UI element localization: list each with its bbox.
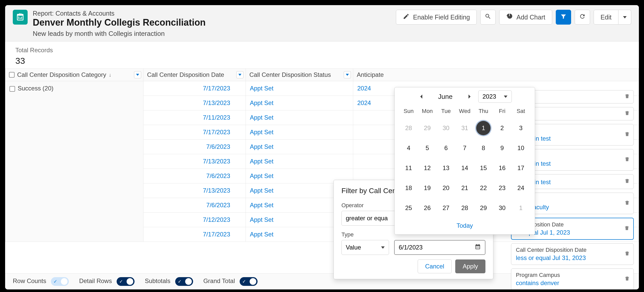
calendar-day[interactable]: 6 (437, 138, 455, 158)
date-cell[interactable]: 7/13/2023 (143, 154, 246, 169)
calendar-day[interactable]: 18 (399, 178, 418, 198)
date-cell[interactable]: 7/11/2023 (143, 110, 246, 125)
calendar-day[interactable]: 14 (455, 158, 474, 178)
calendar-day[interactable]: 17 (512, 158, 530, 178)
col-header-category[interactable]: Call Center Disposition Category ↓ (5, 69, 143, 81)
date-cell[interactable]: 7/6/2023 (143, 169, 246, 183)
calendar-day[interactable]: 28 (399, 118, 418, 138)
status-cell[interactable]: Appt Set (246, 154, 353, 169)
trash-icon[interactable] (624, 93, 630, 100)
calendar-day[interactable]: 12 (418, 158, 437, 178)
detail-rows-toggle[interactable]: ✓ (117, 277, 135, 286)
date-picker: June 2023 SunMonTueWedThuFriSat 28293031… (394, 87, 535, 235)
date-cell[interactable]: 7/6/2023 (143, 140, 246, 154)
calendar-day[interactable]: 11 (399, 158, 418, 178)
apply-button[interactable]: Apply (455, 259, 485, 273)
date-input-wrap[interactable] (394, 240, 485, 255)
status-cell[interactable]: Appt Set (246, 110, 353, 125)
calendar-day[interactable]: 28 (455, 198, 474, 218)
type-select[interactable]: Value (341, 240, 389, 255)
grand-total-toggle[interactable]: ✓ (240, 277, 258, 286)
date-cell[interactable]: 7/6/2023 (143, 198, 246, 213)
calendar-day[interactable]: 4 (399, 138, 418, 158)
row-counts-toggle[interactable]: ✓ (51, 277, 69, 286)
col-filter-button[interactable] (344, 71, 351, 78)
calendar-day[interactable]: 8 (474, 138, 493, 158)
calendar-day[interactable]: 20 (437, 178, 455, 198)
date-cell[interactable]: 7/13/2023 (143, 183, 246, 198)
report-title: Denver Monthly Collegis Reconciliation (33, 17, 206, 28)
col-filter-button[interactable] (236, 71, 243, 78)
today-link[interactable]: Today (399, 218, 530, 230)
date-cell[interactable]: 7/13/2023 (143, 96, 246, 110)
edit-dropdown-button[interactable] (618, 10, 631, 25)
refresh-icon (579, 13, 586, 21)
status-cell[interactable]: Appt Set (246, 81, 353, 96)
col-header-date[interactable]: Call Center Disposition Date (143, 69, 246, 81)
trash-icon[interactable] (624, 131, 630, 138)
filter-chip[interactable]: Call Center Disposition Dateless or equa… (511, 243, 634, 265)
calendar-day[interactable]: 15 (474, 158, 493, 178)
calendar-day[interactable]: 5 (418, 138, 437, 158)
trash-icon[interactable] (624, 251, 630, 257)
col-header-status[interactable]: Call Center Disposition Status (246, 69, 353, 81)
date-cell[interactable]: 7/17/2023 (143, 81, 246, 96)
edit-button[interactable]: Edit (594, 10, 618, 25)
calendar-day[interactable]: 21 (455, 178, 474, 198)
trash-icon[interactable] (624, 110, 630, 117)
calendar-day[interactable]: 25 (399, 198, 418, 218)
calendar-day[interactable]: 30 (493, 198, 512, 218)
enable-field-editing-button[interactable]: Enable Field Editing (396, 10, 477, 25)
row-checkbox[interactable] (9, 86, 15, 92)
calendar-day[interactable]: 29 (418, 118, 437, 138)
date-cell[interactable]: 7/12/2023 (143, 213, 246, 227)
calendar-day[interactable]: 22 (474, 178, 493, 198)
calendar-day[interactable]: 29 (474, 198, 493, 218)
trash-icon[interactable] (624, 157, 630, 163)
trash-icon[interactable] (624, 200, 630, 207)
edit-label: Edit (601, 14, 612, 21)
status-cell[interactable]: Appt Set (246, 96, 353, 110)
trash-icon[interactable] (624, 225, 630, 232)
sort-down-icon: ↓ (109, 72, 111, 78)
calendar-day[interactable]: 3 (512, 118, 530, 138)
calendar-day[interactable]: 27 (437, 198, 455, 218)
add-chart-button[interactable]: Add Chart (499, 10, 552, 25)
trash-icon[interactable] (624, 178, 630, 185)
date-input[interactable] (399, 244, 464, 251)
calendar-day[interactable]: 1 (512, 198, 530, 218)
calendar-day[interactable]: 26 (418, 198, 437, 218)
calendar-day[interactable]: 7 (455, 138, 474, 158)
select-all-checkbox[interactable] (9, 72, 15, 78)
calendar-day[interactable]: 2 (493, 118, 512, 138)
year-select[interactable]: 2023 (478, 90, 512, 103)
calendar-icon[interactable] (475, 244, 481, 251)
report-icon (13, 10, 28, 25)
col-filter-button[interactable] (134, 71, 141, 78)
calendar-day[interactable]: 31 (455, 118, 474, 138)
calendar-day[interactable]: 9 (493, 138, 512, 158)
date-cell[interactable]: 7/17/2023 (143, 227, 246, 242)
prev-month-button[interactable] (418, 93, 425, 100)
search-button[interactable] (480, 10, 496, 25)
calendar-day[interactable]: 1 (474, 118, 493, 138)
calendar-day[interactable]: 30 (437, 118, 455, 138)
calendar-day[interactable]: 13 (437, 158, 455, 178)
cancel-button[interactable]: Cancel (418, 259, 452, 273)
col-header-anticipated[interactable]: Anticipate (353, 69, 639, 81)
calendar-day[interactable]: 10 (512, 138, 530, 158)
calendar-day[interactable]: 24 (512, 178, 530, 198)
status-cell[interactable]: Appt Set (246, 140, 353, 154)
status-cell[interactable]: Appt Set (246, 125, 353, 140)
category-group-label: Success (20) (18, 85, 53, 92)
filter-toggle-button[interactable] (556, 10, 571, 25)
trash-icon[interactable] (624, 276, 630, 283)
subtotals-toggle[interactable]: ✓ (175, 277, 193, 286)
refresh-button[interactable] (575, 10, 590, 25)
filter-chip[interactable]: Program Campuscontains denver (511, 268, 634, 289)
calendar-day[interactable]: 19 (418, 178, 437, 198)
next-month-button[interactable] (465, 93, 473, 100)
calendar-day[interactable]: 16 (493, 158, 512, 178)
calendar-day[interactable]: 23 (493, 178, 512, 198)
date-cell[interactable]: 7/17/2023 (143, 125, 246, 140)
